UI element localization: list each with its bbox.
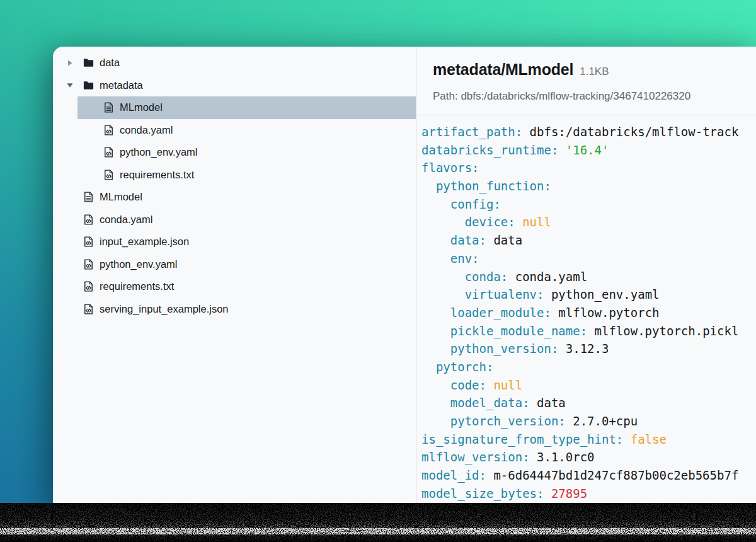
code-line: flavors:: [421, 159, 756, 177]
file-code-icon: [83, 236, 94, 248]
caret-right-icon[interactable]: [66, 59, 74, 67]
tree-item-MLmodel[interactable]: MLmodel: [53, 96, 416, 119]
tree-item-label: input_example.json: [100, 236, 189, 248]
folder-icon: [83, 57, 94, 69]
file-code-icon: [83, 280, 94, 292]
file-code-icon: [83, 214, 94, 226]
file-text-icon: [83, 191, 94, 203]
tree-item-label: data: [100, 57, 120, 69]
file-code-icon: [83, 258, 94, 270]
code-line: python_function:: [421, 177, 756, 195]
tree-item-MLmodel[interactable]: MLmodel: [53, 186, 416, 209]
tree-item-label: python_env.yaml: [120, 146, 198, 158]
file-tree: datametadataMLmodelconda.yamlpython_env.…: [53, 47, 416, 503]
tree-item-python_env.yaml[interactable]: python_env.yaml: [53, 253, 416, 276]
preview-header: metadata/MLmodel1.1KB Path: dbfs:/databr…: [416, 47, 756, 115]
file-code-icon: [83, 303, 94, 315]
file-code-icon: [103, 169, 115, 181]
tree-item-conda.yaml[interactable]: conda.yaml: [53, 119, 416, 142]
code-line: pytorch_version: 2.7.0+cpu: [421, 412, 756, 430]
tree-item-python_env.yaml[interactable]: python_env.yaml: [53, 141, 416, 164]
tree-item-conda.yaml[interactable]: conda.yaml: [53, 209, 416, 231]
page-title: metadata/MLmodel: [433, 61, 573, 78]
tree-item-label: requirements.txt: [100, 280, 174, 292]
tree-item-label: requirements.txt: [120, 169, 194, 181]
tree-item-label: python_env.yaml: [100, 258, 178, 270]
code-line: is_signature_from_type_hint: false: [421, 430, 756, 449]
tree-item-requirements.txt[interactable]: requirements.txt: [53, 164, 416, 187]
code-line: config:: [421, 195, 756, 214]
code-line: env:: [421, 250, 756, 268]
file-path: Path: dbfs:/databricks/mlflow-tracking/3…: [433, 90, 756, 103]
artifact-browser-window: datametadataMLmodelconda.yamlpython_env.…: [53, 47, 756, 503]
code-line: pickle_module_name: mlflow.pytorch.pickl: [421, 322, 756, 340]
code-line: device: null: [421, 213, 756, 231]
code-line: data: data: [421, 231, 756, 250]
code-block[interactable]: artifact_path: dbfs:/databricks/mlflow-t…: [416, 115, 756, 503]
file-code-icon: [103, 146, 115, 158]
code-line: virtualenv: python_env.yaml: [421, 285, 756, 304]
file-text-icon: [103, 101, 115, 113]
code-line: loader_module: mlflow.pytorch: [421, 304, 756, 322]
file-preview-panel: metadata/MLmodel1.1KB Path: dbfs:/databr…: [416, 47, 756, 503]
code-line: databricks_runtime: '16.4': [421, 141, 756, 159]
code-line: python_version: 3.12.3: [421, 340, 756, 358]
code-line: model_id: m-6d64447bd1d247cf887b00c2eb56…: [421, 466, 756, 485]
code-line: code: null: [421, 376, 756, 395]
tree-item-label: metadata: [100, 79, 143, 91]
code-line: model_size_bytes: 27895: [421, 485, 756, 503]
file-size-badge: 1.1KB: [580, 66, 609, 78]
code-line: artifact_path: dbfs:/databricks/mlflow-t…: [421, 123, 756, 141]
file-code-icon: [103, 124, 115, 136]
tree-item-label: MLmodel: [120, 101, 163, 113]
tree-item-label: MLmodel: [100, 191, 142, 203]
code-line: pytorch:: [421, 358, 756, 376]
bottom-shadow-band: [0, 503, 756, 542]
code-line: model_data: data: [421, 394, 756, 412]
tree-item-requirements.txt[interactable]: requirements.txt: [53, 275, 416, 298]
tree-item-metadata[interactable]: metadata: [53, 74, 416, 97]
tree-item-serving_input_example.json[interactable]: serving_input_example.json: [53, 298, 416, 321]
tree-item-label: conda.yaml: [120, 124, 173, 136]
caret-down-icon[interactable]: [66, 81, 74, 89]
tree-item-label: serving_input_example.json: [100, 303, 229, 315]
folder-icon: [83, 79, 94, 91]
tree-item-label: conda.yaml: [100, 214, 152, 226]
code-line: conda: conda.yaml: [421, 268, 756, 286]
code-line: mlflow_version: 3.1.0rc0: [421, 448, 756, 466]
tree-item-data[interactable]: data: [53, 52, 416, 74]
tree-item-input_example.json[interactable]: input_example.json: [53, 231, 416, 253]
